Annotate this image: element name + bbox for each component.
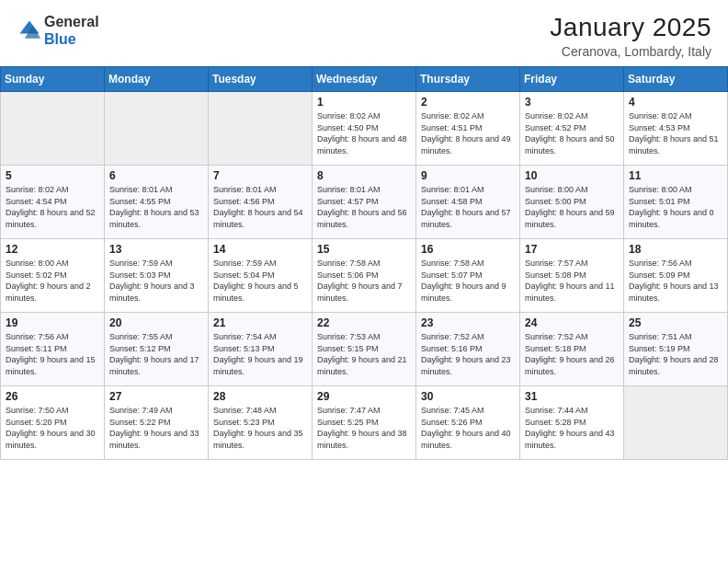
- calendar-cell: 7Sunrise: 8:01 AMSunset: 4:56 PMDaylight…: [209, 166, 313, 239]
- logo-text: General Blue: [44, 13, 99, 48]
- day-number: 3: [525, 96, 619, 109]
- day-info: Sunrise: 8:01 AMSunset: 4:58 PMDaylight:…: [421, 184, 515, 230]
- day-number: 5: [6, 169, 99, 182]
- day-info: Sunrise: 7:44 AMSunset: 5:28 PMDaylight:…: [525, 405, 619, 451]
- calendar-cell: 21Sunrise: 7:54 AMSunset: 5:13 PMDayligh…: [209, 313, 313, 386]
- day-info: Sunrise: 8:01 AMSunset: 4:56 PMDaylight:…: [213, 184, 307, 230]
- day-info: Sunrise: 8:02 AMSunset: 4:53 PMDaylight:…: [629, 110, 722, 156]
- calendar-cell: 13Sunrise: 7:59 AMSunset: 5:03 PMDayligh…: [105, 239, 209, 313]
- header-right: January 2025 Ceranova, Lombardy, Italy: [550, 13, 711, 59]
- day-info: Sunrise: 7:52 AMSunset: 5:16 PMDaylight:…: [421, 331, 515, 377]
- page: General Blue January 2025 Ceranova, Lomb…: [0, 0, 728, 563]
- week-row-5: 26Sunrise: 7:50 AMSunset: 5:20 PMDayligh…: [1, 386, 728, 460]
- day-number: 19: [6, 316, 99, 329]
- day-info: Sunrise: 7:54 AMSunset: 5:13 PMDaylight:…: [213, 331, 307, 377]
- day-header-friday: Friday: [520, 67, 624, 92]
- day-number: 17: [525, 243, 619, 256]
- day-number: 9: [421, 169, 515, 182]
- day-number: 22: [317, 316, 411, 329]
- calendar-cell: 15Sunrise: 7:58 AMSunset: 5:06 PMDayligh…: [313, 239, 416, 313]
- calendar-cell: 8Sunrise: 8:01 AMSunset: 4:57 PMDaylight…: [313, 166, 416, 239]
- day-info: Sunrise: 7:59 AMSunset: 5:04 PMDaylight:…: [213, 258, 307, 304]
- logo: General Blue: [17, 13, 99, 48]
- day-number: 29: [317, 390, 411, 403]
- day-info: Sunrise: 8:00 AMSunset: 5:02 PMDaylight:…: [6, 258, 99, 304]
- day-info: Sunrise: 7:59 AMSunset: 5:03 PMDaylight:…: [109, 258, 203, 304]
- calendar-cell: [1, 92, 105, 166]
- calendar-cell: 3Sunrise: 8:02 AMSunset: 4:52 PMDaylight…: [520, 92, 624, 166]
- day-number: 2: [421, 96, 515, 109]
- calendar-cell: 2Sunrise: 8:02 AMSunset: 4:51 PMDaylight…: [416, 92, 520, 166]
- day-info: Sunrise: 7:48 AMSunset: 5:23 PMDaylight:…: [213, 405, 307, 451]
- day-number: 31: [525, 390, 619, 403]
- week-row-4: 19Sunrise: 7:56 AMSunset: 5:11 PMDayligh…: [1, 313, 728, 386]
- calendar-cell: [209, 92, 313, 166]
- day-info: Sunrise: 8:02 AMSunset: 4:54 PMDaylight:…: [6, 184, 99, 230]
- day-info: Sunrise: 7:49 AMSunset: 5:22 PMDaylight:…: [109, 405, 203, 451]
- calendar-cell: 23Sunrise: 7:52 AMSunset: 5:16 PMDayligh…: [416, 313, 520, 386]
- day-info: Sunrise: 7:45 AMSunset: 5:26 PMDaylight:…: [421, 405, 515, 451]
- day-number: 13: [109, 243, 203, 256]
- calendar-cell: 10Sunrise: 8:00 AMSunset: 5:00 PMDayligh…: [520, 166, 624, 239]
- day-header-tuesday: Tuesday: [209, 67, 313, 92]
- calendar-cell: 11Sunrise: 8:00 AMSunset: 5:01 PMDayligh…: [624, 166, 728, 239]
- calendar-cell: 26Sunrise: 7:50 AMSunset: 5:20 PMDayligh…: [1, 386, 105, 460]
- calendar-cell: 1Sunrise: 8:02 AMSunset: 4:50 PMDaylight…: [313, 92, 416, 166]
- day-info: Sunrise: 7:47 AMSunset: 5:25 PMDaylight:…: [317, 405, 411, 451]
- day-info: Sunrise: 8:01 AMSunset: 4:57 PMDaylight:…: [317, 184, 411, 230]
- day-number: 24: [525, 316, 619, 329]
- month-title: January 2025: [550, 13, 711, 42]
- day-header-wednesday: Wednesday: [313, 67, 416, 92]
- day-info: Sunrise: 8:02 AMSunset: 4:50 PMDaylight:…: [317, 110, 411, 156]
- day-info: Sunrise: 7:55 AMSunset: 5:12 PMDaylight:…: [109, 331, 203, 377]
- week-row-3: 12Sunrise: 8:00 AMSunset: 5:02 PMDayligh…: [1, 239, 728, 313]
- day-number: 6: [109, 169, 203, 182]
- calendar-table: SundayMondayTuesdayWednesdayThursdayFrid…: [0, 66, 728, 460]
- day-info: Sunrise: 8:00 AMSunset: 5:01 PMDaylight:…: [629, 184, 722, 230]
- calendar-cell: 31Sunrise: 7:44 AMSunset: 5:28 PMDayligh…: [520, 386, 624, 460]
- day-number: 18: [629, 243, 722, 256]
- day-number: 23: [421, 316, 515, 329]
- day-header-monday: Monday: [105, 67, 209, 92]
- calendar-cell: 28Sunrise: 7:48 AMSunset: 5:23 PMDayligh…: [209, 386, 313, 460]
- calendar-cell: 18Sunrise: 7:56 AMSunset: 5:09 PMDayligh…: [624, 239, 728, 313]
- day-number: 14: [213, 243, 307, 256]
- day-number: 1: [317, 96, 411, 109]
- day-info: Sunrise: 7:56 AMSunset: 5:09 PMDaylight:…: [629, 258, 722, 304]
- location-title: Ceranova, Lombardy, Italy: [550, 44, 711, 59]
- day-number: 16: [421, 243, 515, 256]
- calendar-cell: [105, 92, 209, 166]
- calendar-cell: [624, 386, 728, 460]
- day-number: 12: [6, 243, 99, 256]
- day-info: Sunrise: 8:02 AMSunset: 4:51 PMDaylight:…: [421, 110, 515, 156]
- calendar-cell: 6Sunrise: 8:01 AMSunset: 4:55 PMDaylight…: [105, 166, 209, 239]
- day-info: Sunrise: 7:51 AMSunset: 5:19 PMDaylight:…: [629, 331, 722, 377]
- calendar-cell: 24Sunrise: 7:52 AMSunset: 5:18 PMDayligh…: [520, 313, 624, 386]
- day-info: Sunrise: 7:58 AMSunset: 5:06 PMDaylight:…: [317, 258, 411, 304]
- logo-icon: [17, 17, 42, 43]
- calendar-cell: 16Sunrise: 7:58 AMSunset: 5:07 PMDayligh…: [416, 239, 520, 313]
- calendar-cell: 20Sunrise: 7:55 AMSunset: 5:12 PMDayligh…: [105, 313, 209, 386]
- calendar-cell: 30Sunrise: 7:45 AMSunset: 5:26 PMDayligh…: [416, 386, 520, 460]
- day-info: Sunrise: 7:52 AMSunset: 5:18 PMDaylight:…: [525, 331, 619, 377]
- logo-general: General: [44, 14, 99, 29]
- day-header-saturday: Saturday: [624, 67, 728, 92]
- day-info: Sunrise: 7:57 AMSunset: 5:08 PMDaylight:…: [525, 258, 619, 304]
- calendar-cell: 19Sunrise: 7:56 AMSunset: 5:11 PMDayligh…: [1, 313, 105, 386]
- calendar-cell: 5Sunrise: 8:02 AMSunset: 4:54 PMDaylight…: [1, 166, 105, 239]
- calendar-cell: 22Sunrise: 7:53 AMSunset: 5:15 PMDayligh…: [313, 313, 416, 386]
- day-info: Sunrise: 7:58 AMSunset: 5:07 PMDaylight:…: [421, 258, 515, 304]
- day-header-sunday: Sunday: [1, 67, 105, 92]
- day-info: Sunrise: 7:56 AMSunset: 5:11 PMDaylight:…: [6, 331, 99, 377]
- logo-blue: Blue: [44, 31, 76, 47]
- day-info: Sunrise: 8:01 AMSunset: 4:55 PMDaylight:…: [109, 184, 203, 230]
- day-number: 28: [213, 390, 307, 403]
- day-info: Sunrise: 7:50 AMSunset: 5:20 PMDaylight:…: [6, 405, 99, 451]
- calendar-cell: 14Sunrise: 7:59 AMSunset: 5:04 PMDayligh…: [209, 239, 313, 313]
- day-number: 26: [6, 390, 99, 403]
- week-row-2: 5Sunrise: 8:02 AMSunset: 4:54 PMDaylight…: [1, 166, 728, 239]
- day-number: 11: [629, 169, 722, 182]
- day-number: 7: [213, 169, 307, 182]
- calendar-cell: 4Sunrise: 8:02 AMSunset: 4:53 PMDaylight…: [624, 92, 728, 166]
- calendar-cell: 29Sunrise: 7:47 AMSunset: 5:25 PMDayligh…: [313, 386, 416, 460]
